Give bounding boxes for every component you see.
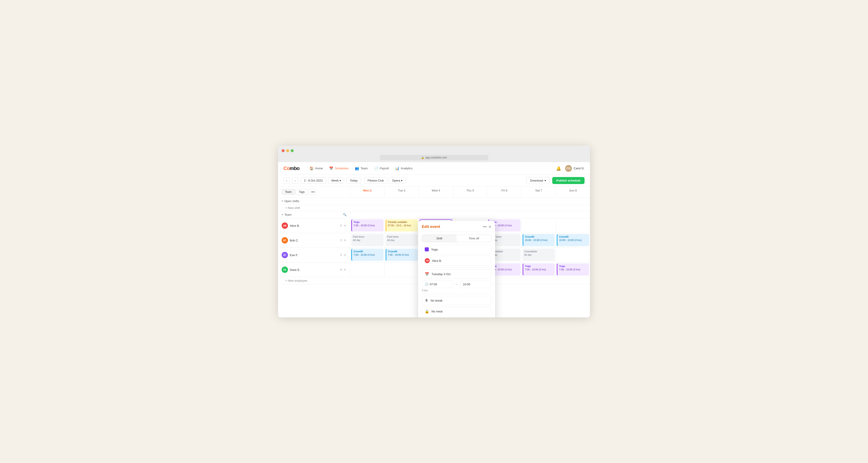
alice-shift-tue[interactable]: Partially available 07:00 - 15:0... (8 h… bbox=[385, 218, 419, 233]
meal-field[interactable]: 🔒 No meal bbox=[422, 307, 491, 316]
eve-crossfit-mon[interactable]: Crossfit 7:00 - 10:00 (3 hrs) bbox=[351, 249, 383, 261]
team-section-header[interactable]: ▾ Team 🔍 bbox=[278, 211, 350, 218]
dave-yoga-sun[interactable]: Yoga 7:00 - 10:00 (3 hrs) bbox=[557, 264, 589, 276]
team-search-icon[interactable]: 🔍 bbox=[343, 213, 346, 216]
alice-partial-tue[interactable]: Partially available 07:00 - 15:0... (8 h… bbox=[385, 219, 418, 232]
download-button[interactable]: Download ▾ bbox=[526, 177, 550, 184]
modal-more-button[interactable]: ••• bbox=[483, 225, 487, 229]
today-button[interactable]: Today bbox=[346, 177, 361, 184]
payroll-icon: 📄 bbox=[374, 166, 378, 171]
team-label: Team bbox=[284, 213, 291, 216]
nav-payroll[interactable]: 📄 Payroll bbox=[371, 165, 392, 172]
notifications-button[interactable]: 🔔 bbox=[555, 164, 562, 172]
tags-view-button[interactable]: Tags bbox=[296, 189, 308, 195]
eve-shift-sun[interactable] bbox=[556, 248, 590, 262]
break-label: No break bbox=[431, 299, 442, 302]
modal-close-button[interactable]: ✕ bbox=[489, 225, 491, 229]
day-header-wed: Wed 4 bbox=[419, 186, 453, 197]
nav-team[interactable]: 👥 Team bbox=[352, 165, 370, 172]
alice-yoga-mon[interactable]: Yoga 7:00 - 10:00 (3 hrs) bbox=[351, 219, 383, 232]
bob-shift-sat[interactable]: Crossfit 10:00 - 13:00 (3 hrs) bbox=[522, 233, 556, 248]
bob-visibility-icon[interactable]: 👁 bbox=[344, 239, 346, 242]
next-week-button[interactable]: › bbox=[292, 178, 298, 184]
nav-schedules[interactable]: 📅 Schedules bbox=[327, 165, 351, 172]
bob-shift-tue[interactable]: Paid leave All day bbox=[385, 233, 419, 248]
eve-visibility-icon[interactable]: 👁 bbox=[344, 253, 346, 257]
alice-shift-fri[interactable] bbox=[522, 218, 556, 233]
dave-shift-sun[interactable]: Yoga 7:00 - 10:00 (3 hrs) bbox=[556, 263, 590, 277]
tab-timeoff[interactable]: Time off bbox=[457, 235, 491, 242]
dave-yoga-sat[interactable]: Yoga 7:00 - 10:00 (3 hrs) bbox=[523, 264, 555, 276]
eve-shift-mon[interactable]: Crossfit 7:00 - 10:00 (3 hrs) bbox=[350, 248, 385, 262]
modal-divider-2 bbox=[422, 294, 491, 294]
address-text: app.combohr.com bbox=[426, 156, 447, 159]
nav-links: 🏠 Home 📅 Schedules 👥 Team 📄 Payroll 📊 bbox=[307, 165, 415, 172]
user-name: Carol G. bbox=[574, 166, 585, 170]
end-time-field[interactable]: 10:00 bbox=[460, 281, 491, 288]
dave-shift-tue[interactable] bbox=[385, 263, 419, 277]
break-icon: ⏸ bbox=[425, 299, 428, 303]
user-avatar: CG bbox=[565, 165, 572, 172]
break-field[interactable]: ⏸ No break bbox=[422, 296, 491, 305]
employee-info-alice: AB Alice B. 4 👁 bbox=[278, 218, 350, 233]
dave-visibility-icon[interactable]: 👁 bbox=[344, 268, 346, 272]
date-range-button[interactable]: 2 - 8 Oct 2023 bbox=[301, 177, 326, 184]
publish-button[interactable]: Publish schedule bbox=[552, 177, 585, 184]
date-label: Tuesday 3 Oct bbox=[432, 272, 451, 276]
dave-shift-mon[interactable] bbox=[350, 263, 385, 277]
bob-crossfit-sat[interactable]: Crossfit 10:00 - 13:00 (3 hrs) bbox=[523, 234, 555, 246]
time-row: 🕐 07:00 → 10:00 bbox=[422, 281, 491, 288]
eve-shift-tue[interactable]: Crossfit 7:00 - 10:00 (3 hrs) bbox=[385, 248, 419, 262]
alice-shift-mon[interactable]: Yoga 7:00 - 10:00 (3 hrs) bbox=[350, 218, 385, 233]
location-selector: Fitness Club Opera ▾ bbox=[364, 177, 405, 184]
location-button[interactable]: Fitness Club bbox=[364, 177, 387, 184]
traffic-light-red[interactable] bbox=[282, 149, 285, 152]
date-field[interactable]: 📅 Tuesday 3 Oct bbox=[422, 270, 491, 279]
eve-unavailable-sat[interactable]: Unavailable All day bbox=[523, 249, 555, 261]
dave-shift-sat[interactable]: Yoga 7:00 - 10:00 (3 hrs) bbox=[522, 263, 556, 277]
user-menu[interactable]: CG Carol G. bbox=[565, 165, 585, 172]
start-time-field[interactable]: 🕐 07:00 bbox=[422, 281, 453, 288]
alice-count: 4 bbox=[340, 224, 342, 227]
meal-label: No meal bbox=[432, 310, 442, 313]
more-options-button[interactable]: ••• bbox=[310, 189, 316, 195]
prev-week-button[interactable]: ‹ bbox=[283, 178, 290, 184]
employee-label: Alice B. bbox=[432, 259, 442, 263]
bob-leave-tue[interactable]: Paid leave All day bbox=[385, 234, 418, 246]
activity-field[interactable]: Yoga bbox=[422, 245, 491, 254]
employee-field[interactable]: AB Alice B. bbox=[422, 256, 491, 266]
time-arrow-icon: → bbox=[455, 283, 458, 286]
nav-analytics[interactable]: 📊 Analytics bbox=[393, 165, 415, 172]
tab-shift[interactable]: Shift bbox=[422, 235, 457, 242]
open-shifts-section-header[interactable]: ▾ Open shifts bbox=[278, 197, 590, 205]
view-mode-button[interactable]: Week ▾ bbox=[328, 177, 344, 184]
nav-right: 🔔 CG Carol G. bbox=[555, 164, 585, 172]
eve-shift-sat[interactable]: Unavailable All day bbox=[522, 248, 556, 262]
employee-avatar: AB bbox=[425, 258, 430, 263]
alice-avatar: AB bbox=[282, 222, 288, 229]
clock-icon: 🕐 bbox=[425, 283, 428, 286]
bob-shift-sun[interactable]: Crossfit 10:00 - 13:00 (3 hrs) bbox=[556, 233, 590, 248]
alice-shift-sat[interactable] bbox=[556, 218, 590, 233]
employee-info-eve: EF Eve F. 3 👁 bbox=[278, 248, 350, 262]
bob-leave-mon[interactable]: Paid leave All day bbox=[351, 234, 383, 246]
alice-visibility-icon[interactable]: 👁 bbox=[344, 224, 346, 227]
sub-location-button[interactable]: Opera ▾ bbox=[389, 177, 405, 184]
eve-crossfit-tue[interactable]: Crossfit 7:00 - 10:00 (3 hrs) bbox=[385, 249, 418, 261]
traffic-light-green[interactable] bbox=[291, 149, 293, 152]
traffic-light-yellow[interactable] bbox=[286, 149, 289, 152]
bob-crossfit-sun[interactable]: Crossfit 10:00 - 13:00 (3 hrs) bbox=[557, 234, 589, 246]
employee-info-dave: DE Dave E. 4 👁 bbox=[278, 263, 350, 277]
open-shifts-label: Open shifts bbox=[284, 199, 299, 203]
bob-actions: 👁 bbox=[344, 239, 346, 242]
analytics-icon: 📊 bbox=[395, 166, 399, 171]
bob-shift-mon[interactable]: Paid leave All day bbox=[350, 233, 385, 248]
nav-home[interactable]: 🏠 Home bbox=[307, 165, 326, 172]
address-bar[interactable]: 🔒 app.combohr.com bbox=[380, 155, 488, 160]
team-section-empty bbox=[350, 211, 590, 218]
new-shift-row[interactable]: + New shift bbox=[278, 205, 590, 211]
edit-event-modal: Edit event ••• ✕ Shift Time off Yoga bbox=[418, 221, 495, 317]
toolbar-right: Download ▾ Publish schedule bbox=[526, 177, 585, 184]
team-view-button[interactable]: Team bbox=[282, 189, 295, 195]
team-toggle-icon: ▾ bbox=[282, 213, 283, 216]
